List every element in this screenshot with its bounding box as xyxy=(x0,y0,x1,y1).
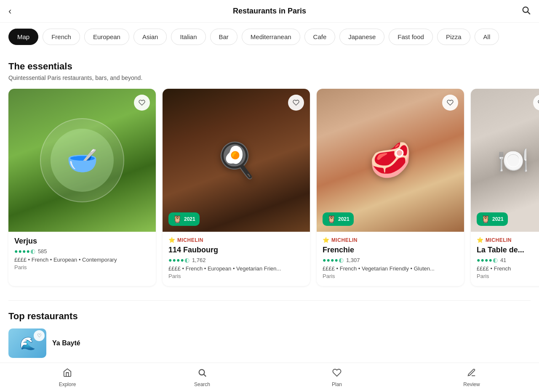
nav-item-search[interactable]: Search xyxy=(135,365,270,391)
rating-row: ●●●●◐585 xyxy=(14,248,150,254)
star-1: ● xyxy=(477,257,480,263)
nav-label-review: Review xyxy=(463,381,480,387)
list-fav-button[interactable]: ♡ xyxy=(34,330,45,341)
nav-label-plan: Plan xyxy=(332,381,342,387)
restaurant-location: Paris xyxy=(477,273,539,279)
review-count: 41 xyxy=(500,257,506,263)
restaurant-location: Paris xyxy=(14,264,150,270)
award-badge: 🦉2021 xyxy=(477,212,508,226)
plan-icon xyxy=(332,368,342,380)
star-rating: ●●●●◐ xyxy=(323,257,344,263)
tripadvisor-icon: 🦉 xyxy=(173,215,182,224)
restaurant-tags: ££££ • French • European • Vegetarian Fr… xyxy=(168,265,304,272)
filter-chip-mediterranean[interactable]: Mediterranean xyxy=(242,29,300,45)
filter-chip-french[interactable]: French xyxy=(43,29,80,45)
favorite-button[interactable] xyxy=(134,95,150,111)
top-restaurants-title: Top restaurants xyxy=(8,311,531,322)
bottom-nav: ExploreSearchPlanReview xyxy=(0,363,539,392)
filter-chip-cafe[interactable]: Cafe xyxy=(304,29,336,45)
svg-line-3 xyxy=(204,374,206,376)
filter-chip-european[interactable]: European xyxy=(84,29,129,45)
star-4: ● xyxy=(488,257,492,263)
award-badge: 🦉2021 xyxy=(323,212,354,226)
card-food-image: 🥣 xyxy=(8,89,156,232)
award-badge: 🦉2021 xyxy=(168,212,200,226)
review-count: 1,762 xyxy=(192,257,206,263)
star-4: ● xyxy=(26,248,29,254)
filter-chip-all[interactable]: All xyxy=(475,29,499,45)
restaurant-name: Verjus xyxy=(14,237,150,246)
page-title: Restaurants in Paris xyxy=(233,7,306,16)
michelin-row: ⭐MICHELIN xyxy=(323,237,458,243)
michelin-icon: ⭐ xyxy=(477,237,483,243)
favorite-button[interactable] xyxy=(442,95,458,111)
favorite-button[interactable] xyxy=(288,95,304,111)
michelin-icon: ⭐ xyxy=(168,237,175,243)
star-3: ● xyxy=(485,257,488,263)
review-count: 1,307 xyxy=(346,257,360,263)
header-search-button[interactable] xyxy=(521,5,531,17)
star-rating: ●●●●◐ xyxy=(477,257,498,263)
rating-row: ●●●●◐1,762 xyxy=(168,257,304,263)
filter-chip-italian[interactable]: Italian xyxy=(171,29,205,45)
restaurant-location: Paris xyxy=(323,273,458,279)
filter-chip-japanese[interactable]: Japanese xyxy=(339,29,384,45)
star-2: ● xyxy=(326,257,330,263)
list-item: 🌊 ♡ Ya Bayté xyxy=(8,328,531,365)
filter-chip-map[interactable]: Map xyxy=(8,29,38,45)
star-3: ● xyxy=(176,257,180,263)
search-icon xyxy=(197,368,207,380)
star-1: ● xyxy=(323,257,326,263)
svg-line-1 xyxy=(528,12,530,14)
nav-item-plan[interactable]: Plan xyxy=(270,365,404,391)
nav-label-explore: Explore xyxy=(59,381,76,387)
award-year: 2021 xyxy=(492,216,504,222)
star-2: ● xyxy=(480,257,484,263)
review-icon xyxy=(467,368,476,380)
list-item-thumb: 🌊 ♡ xyxy=(8,328,46,358)
restaurant-card[interactable]: 🍳🦉2021⭐MICHELIN114 Faubourg●●●●◐1,762£££… xyxy=(163,89,310,286)
star-rating: ●●●●◐ xyxy=(14,248,35,254)
star-5: ◐ xyxy=(184,257,189,263)
header: ‹ Restaurants in Paris xyxy=(0,0,539,23)
review-count: 585 xyxy=(38,248,47,254)
michelin-label: MICHELIN xyxy=(331,237,358,243)
michelin-label: MICHELIN xyxy=(177,237,203,243)
star-rating: ●●●●◐ xyxy=(168,257,189,263)
restaurant-card[interactable]: 🥩🦉2021⭐MICHELINFrenchie●●●●◐1,307££££ • … xyxy=(317,89,464,286)
card-food-image: 🍳 xyxy=(163,89,310,232)
essentials-title: The essentials xyxy=(8,61,531,72)
restaurant-card[interactable]: 🍽️🦉2021⭐MICHELINLa Table de...●●●●◐41£££… xyxy=(471,89,539,286)
rating-row: ●●●●◐41 xyxy=(477,257,539,263)
filter-chip-fastfood[interactable]: Fast food xyxy=(389,29,433,45)
filter-chip-bar[interactable]: Bar xyxy=(210,29,237,45)
rating-row: ●●●●◐1,307 xyxy=(323,257,458,263)
star-4: ● xyxy=(334,257,338,263)
back-button[interactable]: ‹ xyxy=(8,6,11,17)
filter-chip-asian[interactable]: Asian xyxy=(133,29,167,45)
section-divider xyxy=(8,300,531,301)
michelin-row: ⭐MICHELIN xyxy=(168,237,304,243)
star-3: ● xyxy=(331,257,334,263)
filter-bar: MapFrenchEuropeanAsianItalianBarMediterr… xyxy=(0,23,539,51)
main-content: The essentials Quintessential Paris rest… xyxy=(0,61,539,392)
filter-chip-pizza[interactable]: Pizza xyxy=(437,29,470,45)
nav-item-review[interactable]: Review xyxy=(404,365,539,391)
star-5: ◐ xyxy=(30,248,35,254)
list-item-name: Ya Bayté xyxy=(52,339,80,347)
svg-point-2 xyxy=(199,369,205,375)
restaurant-card[interactable]: 🥣 Verjus●●●●◐585££££ • French • European… xyxy=(8,89,156,286)
restaurant-tags: ££££ • French • Vegetarian Friendly • Gl… xyxy=(323,265,458,272)
award-year: 2021 xyxy=(184,216,195,222)
list-item-info: Ya Bayté xyxy=(52,339,80,347)
tripadvisor-icon: 🦉 xyxy=(481,215,490,224)
restaurant-name: 114 Faubourg xyxy=(168,246,304,254)
award-year: 2021 xyxy=(338,216,350,222)
star-3: ● xyxy=(22,248,26,254)
star-1: ● xyxy=(14,248,18,254)
nav-item-explore[interactable]: Explore xyxy=(0,365,135,391)
restaurant-name: Frenchie xyxy=(323,246,458,254)
tripadvisor-icon: 🦉 xyxy=(327,215,336,224)
star-5: ◐ xyxy=(493,257,498,263)
nav-label-search: Search xyxy=(194,381,210,387)
